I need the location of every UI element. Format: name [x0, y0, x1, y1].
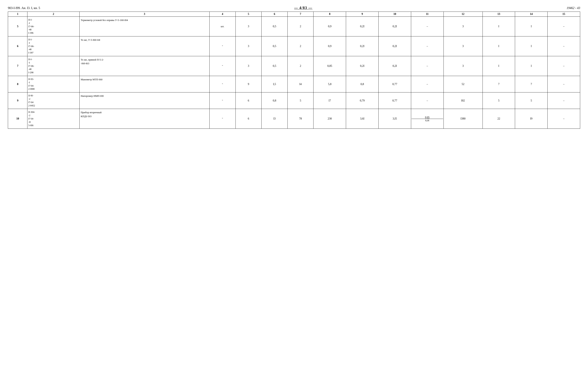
row-col8: 0,85 — [314, 56, 346, 76]
row-col15: – — [548, 36, 580, 56]
row-col8: 0,9 — [314, 36, 346, 56]
row-description: То же, прямой П-5-2- -I60-I63 — [79, 56, 210, 76]
row-col13: 5 — [483, 93, 515, 109]
page-header: 903-I-I99. Ан. I3. I, кн. 5 — 4/83 — 194… — [8, 6, 580, 10]
col-header-3: 3 — [79, 12, 210, 17]
col-header-14: 14 — [515, 12, 548, 17]
row-num: 9 — [8, 93, 27, 109]
row-col10: 3,I5 — [378, 109, 411, 129]
col-header-12: 12 — [443, 12, 483, 17]
row-col14: I — [515, 17, 548, 37]
row-col14: I — [515, 56, 548, 76]
row-col15: – — [548, 17, 580, 37]
table-row: 6II-I- -I I7-06- -48 I-397То же, У-5-I60… — [8, 36, 580, 56]
row-col10: 0,2I — [378, 56, 411, 76]
row-col7: I4 — [287, 76, 314, 92]
row-col8: 0,9 — [314, 17, 346, 37]
row-col10: 0,77 — [378, 76, 411, 92]
header-left: 903-I-I99. Ан. I3. I, кн. 5 — [8, 6, 40, 10]
col-header-6: 6 — [262, 12, 288, 17]
col-header-5: 5 — [235, 12, 262, 17]
row-col7: 78 — [287, 109, 314, 129]
row-col9: 0,2I — [346, 56, 378, 76]
row-code: II-9I- -2 I7-04 2-0452 — [27, 93, 79, 109]
row-description: Манометр МТП-I60 — [79, 76, 210, 92]
row-col12: I02 — [443, 93, 483, 109]
col-header-8: 8 — [314, 12, 346, 17]
row-col7: 2 — [287, 36, 314, 56]
row-col6: 0,8 — [262, 93, 288, 109]
row-col12: 3 — [443, 56, 483, 76]
row-col7: 2 — [287, 17, 314, 37]
row-col11: – — [411, 93, 443, 109]
table-row: 5II-I- -I I7-06- -48 I-396Термометр угло… — [8, 17, 580, 37]
col-header-1: 1 — [8, 12, 27, 17]
row-unit: шт. — [210, 17, 235, 37]
row-col5: 3 — [235, 36, 262, 56]
row-col11: – — [411, 17, 443, 37]
row-code: II-304- -2 I7-I4- -II 5-0I6 — [27, 109, 79, 129]
row-code: II-93- -I I7-04 2-008I — [27, 76, 79, 92]
row-num: 6 — [8, 36, 27, 56]
row-col10: 0,2I — [378, 17, 411, 37]
row-col8: I7 — [314, 93, 346, 109]
row-col7: 5 — [287, 93, 314, 109]
row-col5: 6 — [235, 93, 262, 109]
row-col11: – — [411, 76, 443, 92]
row-num: 7 — [8, 56, 27, 76]
row-col15: – — [548, 76, 580, 92]
col-header-11: 11 — [411, 12, 443, 17]
row-col14: 7 — [515, 76, 548, 92]
row-unit: " — [210, 93, 235, 109]
row-col13: I — [483, 36, 515, 56]
row-col10: 0,77 — [378, 93, 411, 109]
row-col11: – — [411, 56, 443, 76]
row-code: II-I- -I I7-06- -48 I-298 — [27, 56, 79, 76]
row-description: То же, У-5-I60-I4I — [79, 36, 210, 56]
header-row: 1 2 3 4 5 6 7 8 9 10 11 12 13 14 15 — [8, 12, 580, 17]
row-col9: 0,2I — [346, 36, 378, 56]
row-col12: I380 — [443, 109, 483, 129]
row-col6: I,5 — [262, 76, 288, 92]
table-row: 8II-93- -I I7-04 2-008IМанометр МТП-I60"… — [8, 76, 580, 92]
row-col15: – — [548, 56, 580, 76]
row-col5: 3 — [235, 17, 262, 37]
row-col15: – — [548, 109, 580, 129]
row-col15: – — [548, 93, 580, 109]
row-code: II-I- -I I7-06- -48 I-396 — [27, 17, 79, 37]
row-description: Термометр угловой без оправы У-5-160-I04 — [79, 17, 210, 37]
row-unit: " — [210, 56, 235, 76]
row-col14: 5 — [515, 93, 548, 109]
col-header-15: 15 — [548, 12, 580, 17]
row-col9: 0,2I — [346, 17, 378, 37]
table-row: 10II-304- -2 I7-I4- -II 5-0I6Прибор втор… — [8, 109, 580, 129]
row-col11: – — [411, 36, 443, 56]
row-col6: 0,5 — [262, 17, 288, 37]
row-unit: " — [210, 109, 235, 129]
row-code: II-I- -I I7-06- -48 I-397 — [27, 36, 79, 56]
row-col5: 6 — [235, 109, 262, 129]
row-col9: 3,6I — [346, 109, 378, 129]
row-num: 10 — [8, 109, 27, 129]
header-center: — 4/83 — — [294, 6, 313, 10]
row-col13: I — [483, 17, 515, 37]
col-header-7: 7 — [287, 12, 314, 17]
row-col6: 0,5 — [262, 36, 288, 56]
table-row: 7II-I- -I I7-06- -48 I-298То же, прямой … — [8, 56, 580, 76]
row-col5: 3 — [235, 56, 262, 76]
row-col7: 2 — [287, 56, 314, 76]
row-col12: 3 — [443, 36, 483, 56]
row-col12: 52 — [443, 76, 483, 92]
row-description: Прибор вторичный КПДI-503 — [79, 109, 210, 129]
row-col13: I — [483, 56, 515, 76]
main-table: 1 2 3 4 5 6 7 8 9 10 11 12 13 14 15 5II-… — [8, 12, 580, 129]
table-row: 9II-9I- -2 I7-04 2-0452Напоромер НМП-I00… — [8, 93, 580, 109]
row-col9: 0,79 — [346, 93, 378, 109]
row-col12: 3 — [443, 17, 483, 37]
row-col13: 7 — [483, 76, 515, 92]
col-header-13: 13 — [483, 12, 515, 17]
row-num: 5 — [8, 17, 27, 37]
row-col14: I — [515, 36, 548, 56]
col-header-2: 2 — [27, 12, 79, 17]
row-unit: " — [210, 36, 235, 56]
